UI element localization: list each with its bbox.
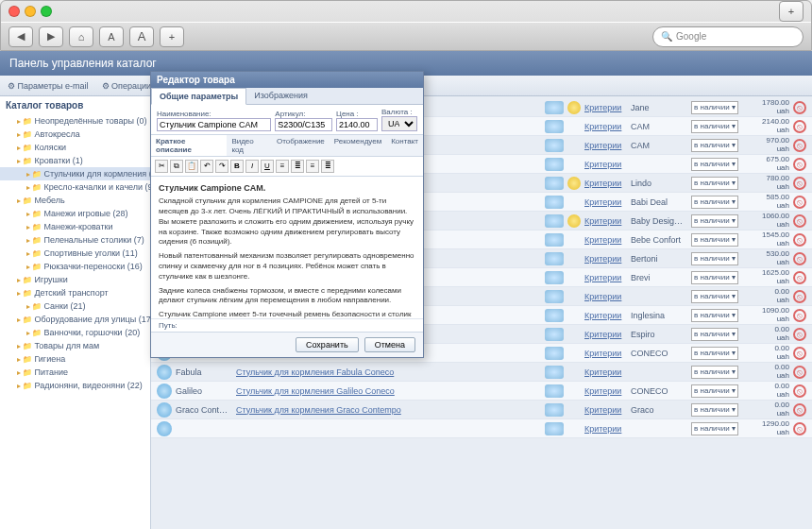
recommend-icon[interactable]	[545, 252, 564, 265]
stock-select[interactable]: в наличии ▾	[691, 252, 738, 265]
tree-item[interactable]: Оборудование для улицы (17)	[0, 313, 150, 326]
criteria-link[interactable]: Критерии	[584, 405, 627, 415]
stock-select[interactable]: в наличии ▾	[691, 384, 738, 398]
rte-body[interactable]: Стульчик Campione CAM. Складной стульчик…	[151, 177, 423, 318]
zoom-out-button[interactable]: A	[99, 26, 124, 47]
subtab-video[interactable]: Видео код	[227, 135, 272, 156]
delete-icon[interactable]: ⦸	[793, 328, 806, 341]
stock-select[interactable]: в наличии ▾	[691, 403, 738, 417]
criteria-link[interactable]: Критерии	[584, 349, 627, 358]
delete-icon[interactable]: ⦸	[793, 290, 806, 303]
subtab-contact[interactable]: Контакт	[386, 135, 423, 156]
recommend-icon[interactable]	[545, 290, 564, 303]
currency-select[interactable]: UAH	[381, 116, 417, 131]
save-button[interactable]: Сохранить	[296, 337, 359, 352]
stock-select[interactable]: в наличии ▾	[691, 139, 738, 152]
delete-icon[interactable]: ⦸	[793, 252, 806, 265]
tree-item[interactable]: Автокресла	[0, 128, 150, 141]
cancel-button[interactable]: Отмена	[364, 337, 415, 352]
product-link[interactable]: Стульчик для кормления Galileo Coneco	[236, 386, 541, 396]
tree-item[interactable]: Игрушки	[0, 273, 150, 286]
recommend-icon[interactable]	[545, 384, 564, 398]
email-params-link[interactable]: Параметры e-mail	[8, 81, 89, 91]
delete-icon[interactable]: ⦸	[793, 309, 806, 322]
name-input[interactable]	[157, 118, 271, 131]
recommend-icon[interactable]	[545, 271, 564, 284]
tree-item[interactable]: Кроватки (1)	[0, 154, 150, 167]
delete-icon[interactable]: ⦸	[793, 347, 806, 360]
delete-icon[interactable]: ⦸	[793, 120, 806, 133]
rte-undo-icon[interactable]: ↶	[200, 160, 213, 173]
sku-input[interactable]	[275, 118, 332, 131]
stock-select[interactable]: в наличии ▾	[691, 290, 738, 303]
rte-bold-icon[interactable]: B	[230, 160, 244, 173]
rte-italic-icon[interactable]: I	[245, 160, 259, 173]
tree-item[interactable]: Ванночки, горшочки (20)	[0, 326, 150, 339]
tree-item[interactable]: Рюкзачки-переноски (16)	[0, 260, 150, 273]
criteria-link[interactable]: Критерии	[584, 367, 627, 377]
rte-cut-icon[interactable]: ✂	[155, 160, 168, 173]
criteria-link[interactable]: Критерии	[584, 330, 627, 339]
delete-icon[interactable]: ⦸	[793, 177, 806, 190]
recommend-icon[interactable]	[545, 309, 564, 322]
recommend-icon[interactable]	[545, 403, 564, 417]
recommend-icon[interactable]	[545, 139, 564, 152]
criteria-link[interactable]: Критерии	[584, 235, 627, 245]
recommend-icon[interactable]	[545, 366, 564, 379]
rte-paste-icon[interactable]: 📋	[185, 160, 198, 173]
stock-select[interactable]: в наличии ▾	[691, 309, 738, 322]
stock-select[interactable]: в наличии ▾	[691, 233, 738, 247]
recommend-icon[interactable]	[545, 422, 564, 435]
criteria-link[interactable]: Критерии	[584, 254, 627, 264]
criteria-link[interactable]: Критерии	[584, 197, 627, 207]
tree-item[interactable]: Манежи игровые (28)	[0, 207, 150, 220]
product-link[interactable]: Стульчик для кормления Graco Contempo	[236, 405, 541, 415]
stock-select[interactable]: в наличии ▾	[691, 120, 738, 133]
delete-icon[interactable]: ⦸	[793, 139, 806, 152]
tree-item[interactable]: Гигиена	[0, 352, 150, 366]
product-link[interactable]: Стульчик для кормления Fabula Coneco	[236, 367, 541, 377]
tree-item[interactable]: Коляски	[0, 141, 150, 154]
criteria-link[interactable]: Критерии	[584, 103, 627, 112]
tree-item[interactable]: Мебель	[0, 194, 150, 207]
recommend-icon[interactable]	[545, 177, 564, 190]
criteria-link[interactable]: Критерии	[584, 160, 627, 169]
rte-align-center-icon[interactable]: ≣	[291, 160, 304, 173]
tree-item[interactable]: Стульчики для кормления (77)	[0, 167, 150, 180]
criteria-link[interactable]: Критерии	[584, 424, 627, 434]
delete-icon[interactable]: ⦸	[793, 366, 806, 379]
recommend-icon[interactable]	[545, 158, 564, 171]
delete-icon[interactable]: ⦸	[793, 422, 806, 435]
rte-copy-icon[interactable]: ⧉	[170, 160, 183, 173]
criteria-link[interactable]: Критерии	[584, 386, 627, 396]
add-tab-button[interactable]: +	[779, 1, 804, 22]
stock-select[interactable]: в наличии ▾	[691, 177, 738, 190]
tree-item[interactable]: Санки (21)	[0, 299, 150, 313]
back-button[interactable]: ◀	[8, 26, 33, 47]
tree-item[interactable]: Питание	[0, 366, 150, 379]
tree-item[interactable]: Радионяни, видеоняни (22)	[0, 379, 150, 392]
tree-item[interactable]: Товары для мам	[0, 339, 150, 352]
recommend-icon[interactable]	[545, 101, 564, 114]
criteria-link[interactable]: Критерии	[584, 311, 627, 320]
stock-select[interactable]: в наличии ▾	[691, 196, 738, 209]
rte-align-left-icon[interactable]: ≡	[276, 160, 289, 173]
criteria-link[interactable]: Критерии	[584, 122, 627, 131]
stock-select[interactable]: в наличии ▾	[691, 366, 738, 379]
tab-images[interactable]: Изображения	[246, 88, 315, 104]
delete-icon[interactable]: ⦸	[793, 196, 806, 209]
price-input[interactable]	[336, 118, 378, 131]
recommend-icon[interactable]	[545, 347, 564, 360]
stock-select[interactable]: в наличии ▾	[691, 422, 738, 435]
rte-redo-icon[interactable]: ↷	[215, 160, 228, 173]
tree-item[interactable]: Детский транспорт	[0, 286, 150, 299]
recommend-icon[interactable]	[545, 120, 564, 133]
home-button[interactable]: ⌂	[69, 26, 93, 47]
browser-search[interactable]: Google	[652, 26, 804, 47]
close-window[interactable]	[8, 6, 20, 17]
rte-justify-icon[interactable]: ≣	[321, 160, 334, 173]
delete-icon[interactable]: ⦸	[793, 214, 806, 228]
zoom-in-button[interactable]: A	[129, 26, 154, 47]
tree-item[interactable]: Манежи-кроватки	[0, 220, 150, 233]
subtab-display[interactable]: Отображение	[272, 135, 330, 156]
